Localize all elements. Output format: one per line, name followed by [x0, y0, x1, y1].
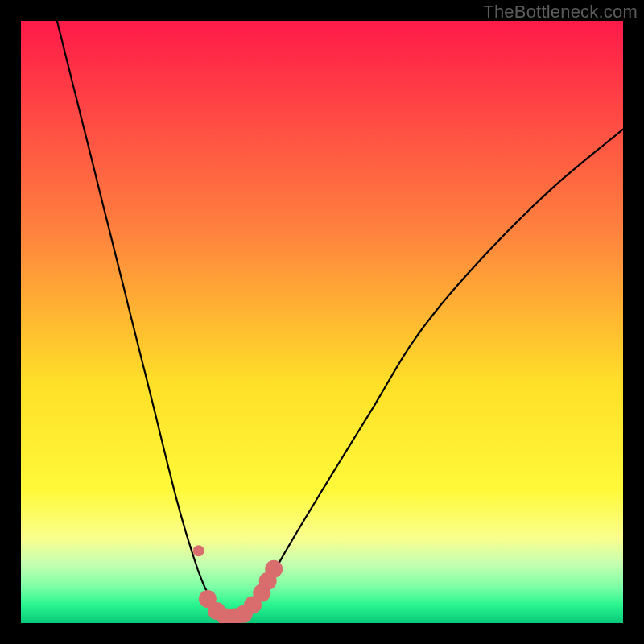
chart-plot	[21, 21, 623, 623]
curve-markers	[193, 545, 283, 623]
watermark-text: TheBottleneck.com	[483, 2, 638, 23]
marker-point	[265, 560, 283, 578]
bottleneck-curve	[57, 21, 623, 617]
marker-point	[193, 545, 204, 556]
chart-frame	[0, 0, 644, 644]
